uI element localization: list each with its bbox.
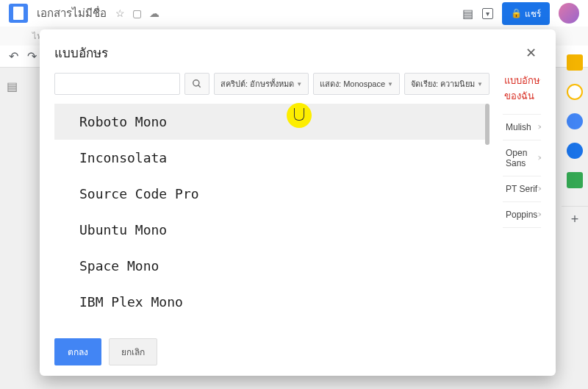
sort-filter[interactable]: จัดเรียง: ความนิยม ▼ [404, 73, 490, 95]
my-fonts-panel: แบบอักษรของฉัน Mulish×Open Sans×PT Serif… [500, 73, 541, 328]
scrollbar[interactable] [485, 104, 490, 145]
script-filter[interactable]: สคริปต์: อักษรทั้งหมด ▼ [214, 73, 309, 95]
my-font-item[interactable]: Open Sans× [503, 140, 541, 176]
comment-history-icon[interactable]: ▤ [462, 7, 473, 21]
svg-point-0 [193, 80, 199, 86]
app-header: เอกสารไม่มีชื่อ ☆ ▢ ☁ ▤ ▾ 🔒 แชร์ [0, 0, 588, 26]
chevron-down-icon: ▼ [296, 81, 302, 88]
my-font-label: PT Serif [506, 184, 537, 194]
sort-filter-label: จัดเรียง: ความนิยม [411, 77, 475, 90]
ok-button[interactable]: ตกลง [54, 338, 101, 365]
search-button[interactable] [184, 73, 209, 95]
maps-icon[interactable] [567, 172, 583, 188]
left-sidebar: ▤ [0, 68, 26, 93]
my-font-item[interactable]: PT Serif× [503, 176, 541, 202]
font-list-item[interactable]: Roboto Mono [54, 104, 487, 140]
my-font-label: Mulish [506, 122, 531, 132]
show-filter[interactable]: แสดง: Monospace ▼ [313, 73, 400, 95]
user-avatar[interactable] [559, 3, 579, 24]
calendar-icon[interactable] [567, 54, 583, 71]
font-list-item[interactable]: Source Code Pro [54, 176, 487, 212]
remove-font-icon[interactable]: × [537, 184, 541, 194]
star-icon[interactable]: ☆ [115, 7, 125, 19]
font-list-item[interactable]: IBM Plex Mono [54, 284, 487, 320]
docs-logo-icon[interactable] [9, 4, 28, 23]
share-button[interactable]: 🔒 แชร์ [502, 2, 550, 25]
my-font-label: Poppins [506, 210, 537, 220]
my-font-item[interactable]: Poppins× [503, 202, 541, 228]
chevron-down-icon: ▼ [387, 81, 393, 88]
remove-font-icon[interactable]: × [537, 153, 541, 163]
script-filter-label: สคริปต์: อักษรทั้งหมด [220, 77, 294, 90]
my-font-label: Open Sans [506, 148, 537, 168]
cloud-status-icon: ☁ [149, 7, 159, 19]
svg-line-1 [198, 85, 201, 88]
chevron-down-icon: ▼ [477, 81, 483, 88]
present-icon[interactable]: ▾ [482, 8, 493, 19]
keep-icon[interactable] [567, 84, 583, 100]
cancel-button[interactable]: ยกเลิก [109, 338, 157, 365]
move-icon[interactable]: ▢ [132, 7, 142, 19]
outline-icon[interactable]: ▤ [7, 79, 20, 93]
tasks-icon[interactable] [567, 113, 583, 129]
fonts-dialog: แบบอักษร ✕ สคริปต์: อักษรทั้งหมด ▼ แสดง:… [40, 29, 556, 376]
font-list-item[interactable]: PT Mono [54, 320, 487, 328]
remove-font-icon[interactable]: × [537, 122, 541, 132]
addons-plus-icon[interactable]: + [562, 206, 588, 222]
close-icon[interactable]: ✕ [521, 43, 541, 63]
my-font-item[interactable]: Mulish× [503, 114, 541, 140]
my-fonts-title: แบบอักษรของฉัน [503, 73, 541, 104]
font-list[interactable]: Roboto MonoInconsolataSource Code ProUbu… [54, 104, 490, 328]
lock-icon: 🔒 [511, 8, 522, 18]
title-icon-row: ☆ ▢ ☁ [115, 7, 159, 19]
remove-font-icon[interactable]: × [537, 210, 541, 220]
dialog-title: แบบอักษร [54, 43, 108, 63]
redo-icon[interactable]: ↷ [27, 49, 37, 63]
document-title[interactable]: เอกสารไม่มีชื่อ [37, 4, 107, 22]
show-filter-label: แสดง: Monospace [320, 77, 385, 90]
filter-row: สคริปต์: อักษรทั้งหมด ▼ แสดง: Monospace … [54, 73, 490, 95]
font-list-item[interactable]: Ubuntu Mono [54, 212, 487, 248]
search-icon [192, 79, 202, 89]
share-label: แชร์ [525, 7, 541, 21]
right-sidebar: + [562, 41, 588, 222]
contacts-icon[interactable] [567, 143, 583, 159]
font-list-item[interactable]: Inconsolata [54, 140, 487, 176]
search-input[interactable] [54, 73, 180, 95]
font-list-item[interactable]: Space Mono [54, 248, 487, 284]
undo-icon[interactable]: ↶ [9, 49, 18, 63]
